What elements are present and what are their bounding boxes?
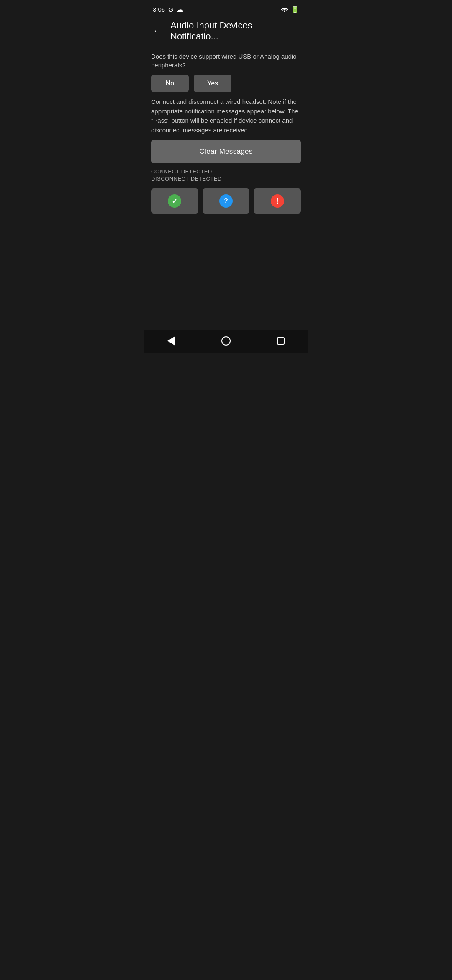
page-title: Audio Input Devices Notificatio... <box>170 20 301 42</box>
detection-messages: CONNECT DETECTED DISCONNECT DETECTED <box>151 168 301 182</box>
action-buttons-row: ✓ ? ! <box>151 188 301 214</box>
pass-button[interactable]: ✓ <box>151 188 198 214</box>
choice-buttons-row: No Yes <box>151 75 301 92</box>
battery-icon: 🔋 <box>291 5 299 13</box>
cloud-icon: ☁ <box>177 5 183 13</box>
google-icon: G <box>168 6 173 13</box>
nav-recent-button[interactable] <box>269 335 293 347</box>
status-left: 3:06 G ☁ <box>153 5 183 13</box>
instruction-text: Connect and disconnect a wired headset. … <box>151 97 301 135</box>
pass-checkmark: ✓ <box>172 196 178 206</box>
yes-button[interactable]: Yes <box>194 75 231 92</box>
nav-bar <box>144 330 308 353</box>
status-right: 🔋 <box>281 5 299 13</box>
connect-detected-label: CONNECT DETECTED <box>151 168 301 175</box>
fail-button[interactable]: ! <box>254 188 301 214</box>
pass-icon: ✓ <box>168 194 181 208</box>
back-button[interactable]: ← <box>151 24 164 38</box>
info-icon: ? <box>219 194 233 208</box>
info-button[interactable]: ? <box>203 188 250 214</box>
spacer <box>151 219 301 323</box>
main-content: Does this device support wired USB or An… <box>144 49 308 330</box>
fail-icon: ! <box>271 194 284 208</box>
disconnect-detected-label: DISCONNECT DETECTED <box>151 175 301 182</box>
question-text: Does this device support wired USB or An… <box>151 52 301 70</box>
toolbar: ← Audio Input Devices Notificatio... <box>144 17 308 49</box>
info-question-mark: ? <box>224 197 228 205</box>
wifi-icon <box>281 6 288 12</box>
nav-back-button[interactable] <box>159 334 183 348</box>
fail-exclamation: ! <box>276 197 279 206</box>
nav-home-icon <box>221 336 231 346</box>
nav-back-icon <box>167 336 175 346</box>
status-time: 3:06 <box>153 6 165 13</box>
nav-home-button[interactable] <box>213 334 239 348</box>
clear-messages-button[interactable]: Clear Messages <box>151 140 301 163</box>
nav-recent-icon <box>277 337 285 345</box>
status-bar: 3:06 G ☁ 🔋 <box>144 0 308 17</box>
no-button[interactable]: No <box>151 75 189 92</box>
